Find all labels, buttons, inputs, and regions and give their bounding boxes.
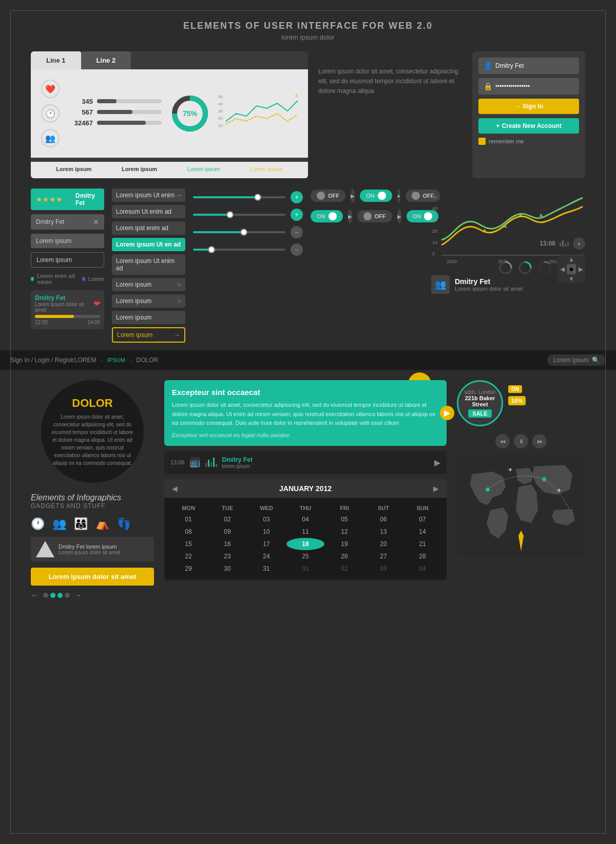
username-field[interactable]: 👤 Dmitry Fet	[478, 58, 579, 74]
remember-checkbox[interactable]	[478, 138, 486, 145]
cal-day[interactable]: 02	[208, 513, 246, 526]
password-field[interactable]: 🔒 ••••••••••••••••	[478, 78, 579, 95]
user-icon: 👤	[484, 62, 492, 70]
cal-day[interactable]: 08	[169, 526, 207, 538]
nav-down[interactable]: ▼	[567, 274, 576, 283]
nav-link-1[interactable]: Sign In / Login / Registr	[10, 357, 74, 364]
stars-button[interactable]: ★★★★ ☆ Dmitry Fet	[31, 189, 104, 210]
slider-btn-3[interactable]: –	[291, 226, 303, 238]
bubble-text: Lorem ipsum dolor sit amet, consectetur …	[51, 413, 133, 467]
tab-line1[interactable]: Line 1	[31, 51, 81, 69]
cal-day[interactable]: 05	[325, 513, 363, 526]
arrow-left-icon[interactable]: ←	[31, 591, 39, 600]
sign-in-button[interactable]: → Sign In	[478, 99, 579, 114]
nav-search[interactable]: Lorem ipsum 🔍	[547, 354, 606, 366]
arrow-right-icon[interactable]: →	[74, 591, 82, 600]
nav-up[interactable]: ▲	[567, 255, 576, 264]
cal-next-btn[interactable]: ▶	[433, 484, 439, 493]
cal-day[interactable]: 21	[403, 538, 441, 550]
slider-btn-2[interactable]: +	[291, 209, 303, 221]
slider-btn-1[interactable]: +	[291, 191, 303, 203]
toggle-play-btn-2[interactable]: ●	[397, 189, 400, 203]
svg-text:20: 20	[432, 229, 437, 234]
ribbon-button[interactable]: Lorem ipsum dolor sit amet	[31, 568, 154, 586]
yellow-list-btn[interactable]: Lorem ipsum →	[112, 327, 185, 343]
cal-day[interactable]: 30	[208, 562, 246, 575]
cal-day[interactable]: 06	[364, 513, 402, 526]
cal-day[interactable]: 14	[403, 526, 441, 538]
list-item[interactable]: Loresum Ut enim ad	[112, 205, 185, 218]
ctrl-prev[interactable]: ⏮	[495, 434, 510, 448]
cal-day[interactable]: 31	[247, 562, 285, 575]
cal-day[interactable]: 04	[286, 513, 324, 526]
cal-day[interactable]: 23	[208, 550, 246, 562]
cal-day[interactable]: 09	[208, 526, 246, 538]
cal-day[interactable]: 07	[403, 513, 441, 526]
file-name: Dmitry Fet lorem ipsum	[59, 543, 149, 550]
heart-button[interactable]: ❤	[93, 299, 100, 309]
cal-day[interactable]: 24	[247, 550, 285, 562]
list-item[interactable]: Lorem ipsum	[112, 311, 185, 324]
sale-badge: SALE	[468, 409, 491, 418]
cal-day[interactable]: 13	[364, 526, 402, 538]
toggle-on-1[interactable]: ON	[360, 190, 392, 202]
nav-left[interactable]: ◀	[557, 264, 567, 275]
ctrl-pause[interactable]: ⏸	[514, 434, 528, 448]
list-item[interactable]: Lorem ipsum ○	[112, 294, 185, 308]
arrow-dots	[43, 593, 70, 598]
toggle-play-btn-4[interactable]: ▶	[397, 209, 401, 223]
slider-track-2[interactable]	[193, 214, 285, 216]
group-icon: 👨‍👩‍👧	[74, 517, 88, 531]
slider-track-1[interactable]	[193, 196, 285, 198]
cal-day[interactable]: 15	[169, 538, 207, 550]
toggle-play-btn[interactable]: ▶	[351, 189, 355, 203]
media-play-btn[interactable]: ▶	[434, 458, 440, 467]
cal-day[interactable]: 29	[169, 562, 207, 575]
yellow-btn-label: Lorem ipsum	[117, 331, 152, 339]
toggle-off-1[interactable]: OFF	[311, 190, 345, 202]
ctrl-next[interactable]: ⏭	[532, 434, 547, 448]
tent-icon: ⛺	[95, 517, 109, 531]
tab-line2[interactable]: Line 2	[81, 51, 131, 69]
cal-day[interactable]: 26	[325, 550, 363, 562]
cal-day[interactable]: 25	[286, 550, 324, 562]
slider-track-4[interactable]	[193, 249, 285, 251]
list-item[interactable]: Lorem ipsum Ut enim –	[112, 189, 185, 202]
tabs-panel: Line 1 Line 2 ❤️ 🕐 👥 345	[31, 51, 308, 178]
cal-day[interactable]: 28	[403, 550, 441, 562]
cal-day-today[interactable]: 18	[286, 538, 324, 550]
cal-day[interactable]: 22	[169, 550, 207, 562]
nav-right[interactable]: ▶	[576, 264, 585, 275]
cal-day[interactable]: 16	[208, 538, 246, 550]
cal-day[interactable]: 19	[325, 538, 363, 550]
cal-day[interactable]: 27	[364, 550, 402, 562]
cal-day[interactable]: 01	[169, 513, 207, 526]
slider-btn-4[interactable]: –	[291, 243, 303, 256]
cal-day[interactable]: 10	[247, 526, 285, 538]
slider-track-3[interactable]	[193, 231, 285, 233]
toggle-play-btn-3[interactable]: ▶	[348, 209, 352, 223]
stars-label: Dmitry Fet	[75, 192, 99, 207]
cal-day[interactable]: 12	[325, 526, 363, 538]
text-btn-2[interactable]: Lorem ipsum	[31, 252, 104, 268]
tooltip-arrow-btn[interactable]: ▶	[440, 406, 454, 420]
toggle-on-2[interactable]: ON	[311, 210, 343, 222]
toggle-off-3[interactable]: OFF	[357, 210, 392, 222]
list-item[interactable]: Lorem ipsum ○	[112, 278, 185, 291]
list-item[interactable]: Lorem ipsum Ut enim ad	[112, 254, 185, 275]
chart-control-btn[interactable]: ●	[573, 237, 585, 250]
list-item[interactable]: Lorem ipst enim ad	[112, 221, 185, 235]
cal-day[interactable]: 03	[247, 513, 285, 526]
text-btn-1[interactable]: Lorem ipsum	[31, 234, 104, 248]
cal-day[interactable]: 11	[286, 526, 324, 538]
center-bottom: 25% Excepteur sint occaecat Lorem ipsum …	[164, 380, 447, 600]
cal-day[interactable]: 20	[364, 538, 402, 550]
cal-day[interactable]: 17	[247, 538, 285, 550]
spinner-3	[537, 260, 552, 275]
list-item-active[interactable]: Lorem ipsum Ut en ad	[112, 238, 185, 251]
create-account-button[interactable]: + Create New Account	[478, 118, 579, 134]
svg-text:10: 10	[218, 123, 223, 128]
nav-center[interactable]: ●	[567, 264, 576, 275]
cal-prev-btn[interactable]: ◀	[172, 484, 178, 493]
tag-button[interactable]: Dmitry Fet ✕	[31, 214, 104, 230]
